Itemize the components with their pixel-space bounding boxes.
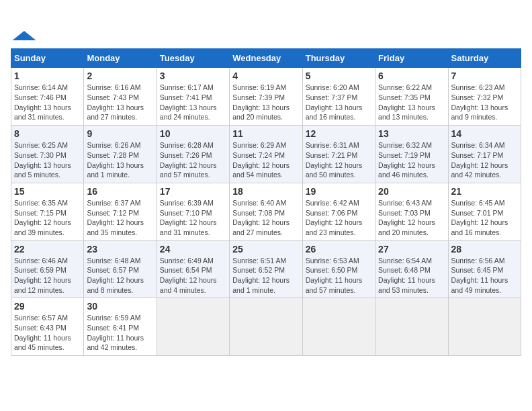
day-info: Sunrise: 6:49 AM Sunset: 6:54 PM Dayligh… bbox=[160, 256, 226, 295]
calendar: SundayMondayTuesdayWednesdayThursdayFrid… bbox=[11, 48, 521, 356]
weekday-sunday: Sunday bbox=[11, 49, 84, 68]
day-number: 15 bbox=[14, 186, 81, 197]
day-cell bbox=[302, 298, 375, 356]
day-info: Sunrise: 6:48 AM Sunset: 6:57 PM Dayligh… bbox=[87, 256, 153, 295]
day-number: 12 bbox=[306, 128, 372, 139]
day-info: Sunrise: 6:37 AM Sunset: 7:12 PM Dayligh… bbox=[87, 198, 153, 238]
day-cell: 11Sunrise: 6:29 AM Sunset: 7:24 PM Dayli… bbox=[230, 126, 302, 183]
day-number: 6 bbox=[378, 71, 445, 81]
day-cell: 19Sunrise: 6:42 AM Sunset: 7:06 PM Dayli… bbox=[302, 183, 375, 240]
day-info: Sunrise: 6:42 AM Sunset: 7:06 PM Dayligh… bbox=[306, 198, 372, 238]
day-number: 4 bbox=[232, 71, 299, 81]
day-number: 21 bbox=[451, 186, 518, 197]
day-info: Sunrise: 6:54 AM Sunset: 6:48 PM Dayligh… bbox=[378, 256, 445, 295]
weekday-header-row: SundayMondayTuesdayWednesdayThursdayFrid… bbox=[11, 49, 521, 68]
day-cell bbox=[448, 298, 521, 356]
day-info: Sunrise: 6:35 AM Sunset: 7:15 PM Dayligh… bbox=[14, 198, 81, 238]
day-number: 9 bbox=[87, 128, 153, 139]
day-cell: 13Sunrise: 6:32 AM Sunset: 7:19 PM Dayli… bbox=[375, 126, 448, 183]
day-cell bbox=[157, 298, 229, 356]
day-cell: 23Sunrise: 6:48 AM Sunset: 6:57 PM Dayli… bbox=[84, 240, 157, 298]
day-info: Sunrise: 6:53 AM Sunset: 6:50 PM Dayligh… bbox=[306, 256, 372, 295]
day-number: 18 bbox=[232, 186, 299, 197]
day-number: 7 bbox=[451, 71, 518, 81]
day-cell: 30Sunrise: 6:59 AM Sunset: 6:41 PM Dayli… bbox=[84, 298, 157, 356]
day-info: Sunrise: 6:40 AM Sunset: 7:08 PM Dayligh… bbox=[232, 198, 299, 238]
weekday-monday: Monday bbox=[84, 49, 157, 68]
day-number: 16 bbox=[87, 186, 153, 197]
day-cell: 5Sunrise: 6:20 AM Sunset: 7:37 PM Daylig… bbox=[302, 68, 375, 126]
day-cell: 15Sunrise: 6:35 AM Sunset: 7:15 PM Dayli… bbox=[11, 183, 84, 240]
day-cell bbox=[375, 298, 448, 356]
day-cell: 2Sunrise: 6:16 AM Sunset: 7:43 PM Daylig… bbox=[84, 68, 157, 126]
day-number: 28 bbox=[451, 244, 518, 255]
day-info: Sunrise: 6:28 AM Sunset: 7:26 PM Dayligh… bbox=[160, 140, 226, 180]
day-info: Sunrise: 6:34 AM Sunset: 7:17 PM Dayligh… bbox=[451, 140, 518, 180]
day-number: 5 bbox=[306, 71, 372, 81]
day-number: 20 bbox=[378, 186, 445, 197]
day-cell: 3Sunrise: 6:17 AM Sunset: 7:41 PM Daylig… bbox=[157, 68, 229, 126]
day-cell: 9Sunrise: 6:26 AM Sunset: 7:28 PM Daylig… bbox=[84, 126, 157, 183]
day-number: 3 bbox=[160, 71, 226, 81]
week-row-2: 8Sunrise: 6:25 AM Sunset: 7:30 PM Daylig… bbox=[11, 126, 521, 183]
day-number: 27 bbox=[378, 244, 445, 255]
day-cell: 1Sunrise: 6:14 AM Sunset: 7:46 PM Daylig… bbox=[11, 68, 84, 126]
weekday-thursday: Thursday bbox=[302, 49, 375, 68]
header bbox=[11, 11, 521, 43]
week-row-3: 15Sunrise: 6:35 AM Sunset: 7:15 PM Dayli… bbox=[11, 183, 521, 240]
day-cell: 28Sunrise: 6:56 AM Sunset: 6:45 PM Dayli… bbox=[448, 240, 521, 298]
day-cell: 10Sunrise: 6:28 AM Sunset: 7:26 PM Dayli… bbox=[157, 126, 229, 183]
day-info: Sunrise: 6:25 AM Sunset: 7:30 PM Dayligh… bbox=[14, 140, 81, 180]
day-cell: 12Sunrise: 6:31 AM Sunset: 7:21 PM Dayli… bbox=[302, 126, 375, 183]
day-info: Sunrise: 6:19 AM Sunset: 7:39 PM Dayligh… bbox=[232, 83, 299, 122]
day-number: 30 bbox=[87, 301, 153, 312]
day-info: Sunrise: 6:59 AM Sunset: 6:41 PM Dayligh… bbox=[87, 313, 153, 353]
day-info: Sunrise: 6:57 AM Sunset: 6:43 PM Dayligh… bbox=[14, 313, 81, 353]
day-cell: 26Sunrise: 6:53 AM Sunset: 6:50 PM Dayli… bbox=[302, 240, 375, 298]
day-info: Sunrise: 6:17 AM Sunset: 7:41 PM Dayligh… bbox=[160, 83, 226, 122]
day-cell bbox=[230, 298, 302, 356]
week-row-5: 29Sunrise: 6:57 AM Sunset: 6:43 PM Dayli… bbox=[11, 298, 521, 356]
day-number: 26 bbox=[306, 244, 372, 255]
day-info: Sunrise: 6:29 AM Sunset: 7:24 PM Dayligh… bbox=[232, 140, 299, 180]
week-row-4: 22Sunrise: 6:46 AM Sunset: 6:59 PM Dayli… bbox=[11, 240, 521, 298]
day-cell: 22Sunrise: 6:46 AM Sunset: 6:59 PM Dayli… bbox=[11, 240, 84, 298]
day-number: 17 bbox=[160, 186, 226, 197]
day-cell: 20Sunrise: 6:43 AM Sunset: 7:03 PM Dayli… bbox=[375, 183, 448, 240]
day-number: 24 bbox=[160, 244, 226, 255]
day-cell: 14Sunrise: 6:34 AM Sunset: 7:17 PM Dayli… bbox=[448, 126, 521, 183]
day-cell: 27Sunrise: 6:54 AM Sunset: 6:48 PM Dayli… bbox=[375, 240, 448, 298]
day-cell: 24Sunrise: 6:49 AM Sunset: 6:54 PM Dayli… bbox=[157, 240, 229, 298]
weekday-wednesday: Wednesday bbox=[230, 49, 302, 68]
day-info: Sunrise: 6:32 AM Sunset: 7:19 PM Dayligh… bbox=[378, 140, 445, 180]
day-number: 23 bbox=[87, 244, 153, 255]
day-cell: 29Sunrise: 6:57 AM Sunset: 6:43 PM Dayli… bbox=[11, 298, 84, 356]
day-info: Sunrise: 6:56 AM Sunset: 6:45 PM Dayligh… bbox=[451, 256, 518, 295]
day-info: Sunrise: 6:45 AM Sunset: 7:01 PM Dayligh… bbox=[451, 198, 518, 238]
weekday-saturday: Saturday bbox=[448, 49, 521, 68]
day-info: Sunrise: 6:46 AM Sunset: 6:59 PM Dayligh… bbox=[14, 256, 81, 295]
day-cell: 18Sunrise: 6:40 AM Sunset: 7:08 PM Dayli… bbox=[230, 183, 302, 240]
svg-marker-0 bbox=[13, 31, 36, 40]
day-number: 29 bbox=[14, 301, 81, 312]
day-number: 14 bbox=[451, 128, 518, 139]
day-number: 25 bbox=[232, 244, 299, 255]
day-number: 22 bbox=[14, 244, 81, 255]
day-number: 19 bbox=[306, 186, 372, 197]
weekday-friday: Friday bbox=[375, 49, 448, 68]
day-number: 2 bbox=[87, 71, 153, 81]
day-info: Sunrise: 6:23 AM Sunset: 7:32 PM Dayligh… bbox=[451, 83, 518, 122]
logo-icon bbox=[12, 31, 36, 40]
day-info: Sunrise: 6:51 AM Sunset: 6:52 PM Dayligh… bbox=[232, 256, 299, 295]
day-cell: 25Sunrise: 6:51 AM Sunset: 6:52 PM Dayli… bbox=[230, 240, 302, 298]
day-info: Sunrise: 6:31 AM Sunset: 7:21 PM Dayligh… bbox=[306, 140, 372, 180]
day-number: 10 bbox=[160, 128, 226, 139]
day-info: Sunrise: 6:39 AM Sunset: 7:10 PM Dayligh… bbox=[160, 198, 226, 238]
day-cell: 4Sunrise: 6:19 AM Sunset: 7:39 PM Daylig… bbox=[230, 68, 302, 126]
day-number: 1 bbox=[14, 71, 81, 81]
day-info: Sunrise: 6:14 AM Sunset: 7:46 PM Dayligh… bbox=[14, 83, 81, 122]
logo bbox=[11, 11, 36, 43]
day-number: 13 bbox=[378, 128, 445, 139]
day-info: Sunrise: 6:16 AM Sunset: 7:43 PM Dayligh… bbox=[87, 83, 153, 122]
day-cell: 21Sunrise: 6:45 AM Sunset: 7:01 PM Dayli… bbox=[448, 183, 521, 240]
